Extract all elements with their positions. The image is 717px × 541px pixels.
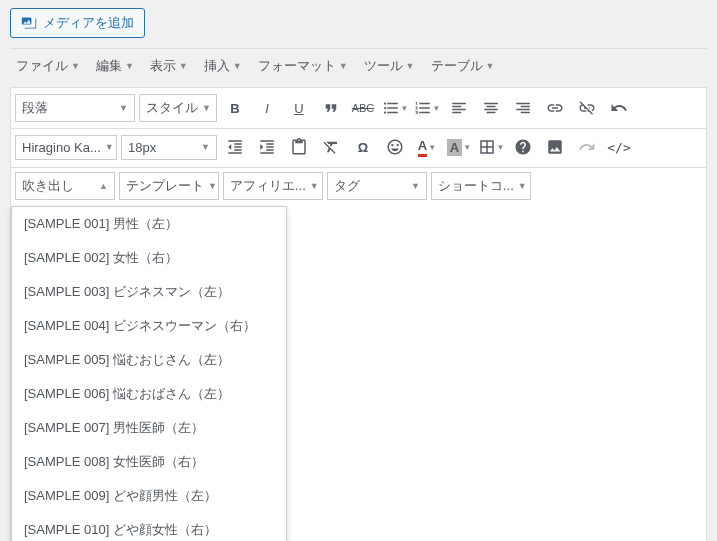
italic-button[interactable]: I <box>253 94 281 122</box>
dropdown-item[interactable]: [SAMPLE 008] 女性医師（右） <box>12 445 286 479</box>
help-button[interactable] <box>509 133 537 161</box>
fukidashi-select[interactable]: 吹き出し▲ <box>15 172 115 200</box>
font-family-select[interactable]: Hiragino Ka...▼ <box>15 135 117 160</box>
caret-down-icon: ▼ <box>463 143 471 152</box>
fukidashi-dropdown: [SAMPLE 001] 男性（左）[SAMPLE 002] 女性（右）[SAM… <box>11 206 287 541</box>
dropdown-item[interactable]: [SAMPLE 002] 女性（右） <box>12 241 286 275</box>
media-icon <box>21 15 37 31</box>
menu-edit[interactable]: 編集▼ <box>90 53 140 79</box>
caret-down-icon: ▼ <box>497 143 505 152</box>
style-select[interactable]: スタイル▼ <box>139 94 217 122</box>
toolbar-row-1: 段落▼ スタイル▼ B I U ABC ▼ ▼ <box>10 88 707 129</box>
caret-down-icon: ▼ <box>233 61 242 71</box>
table-button[interactable]: ▼ <box>477 133 505 161</box>
caret-down-icon: ▼ <box>401 104 409 113</box>
caret-down-icon: ▼ <box>201 142 210 152</box>
menu-view[interactable]: 表示▼ <box>144 53 194 79</box>
caret-down-icon: ▼ <box>125 61 134 71</box>
paragraph-select[interactable]: 段落▼ <box>15 94 135 122</box>
indent-button[interactable] <box>253 133 281 161</box>
caret-down-icon: ▼ <box>411 181 420 191</box>
caret-up-icon: ▲ <box>99 181 108 191</box>
dropdown-item[interactable]: [SAMPLE 005] 悩むおじさん（左） <box>12 343 286 377</box>
special-char-button[interactable]: Ω <box>349 133 377 161</box>
align-right-button[interactable] <box>509 94 537 122</box>
menu-table[interactable]: テーブル▼ <box>425 53 501 79</box>
numbered-list-button[interactable]: ▼ <box>413 94 441 122</box>
bullet-list-button[interactable]: ▼ <box>381 94 409 122</box>
menu-insert[interactable]: 挿入▼ <box>198 53 248 79</box>
dropdown-item[interactable]: [SAMPLE 001] 男性（左） <box>12 207 286 241</box>
clear-formatting-button[interactable] <box>317 133 345 161</box>
caret-down-icon: ▼ <box>202 103 211 113</box>
dropdown-item[interactable]: [SAMPLE 007] 男性医師（左） <box>12 411 286 445</box>
caret-down-icon: ▼ <box>119 103 128 113</box>
caret-down-icon: ▼ <box>179 61 188 71</box>
editor-content-area[interactable]: [SAMPLE 001] 男性（左）[SAMPLE 002] 女性（右）[SAM… <box>10 206 707 541</box>
caret-down-icon: ▼ <box>486 61 495 71</box>
template-select[interactable]: テンプレート▼ <box>119 172 219 200</box>
dropdown-item[interactable]: [SAMPLE 009] どや顔男性（左） <box>12 479 286 513</box>
strikethrough-button[interactable]: ABC <box>349 94 377 122</box>
dropdown-item[interactable]: [SAMPLE 010] どや顔女性（右） <box>12 513 286 541</box>
caret-down-icon: ▼ <box>339 61 348 71</box>
menu-file[interactable]: ファイル▼ <box>10 53 86 79</box>
shortcode-select[interactable]: ショートコ...▼ <box>431 172 531 200</box>
image-button[interactable] <box>541 133 569 161</box>
toolbar-row-3: 吹き出し▲ テンプレート▼ アフィリエ...▼ タグ▼ ショートコ...▼ <box>10 168 707 206</box>
caret-down-icon: ▼ <box>310 181 319 191</box>
menubar: ファイル▼ 編集▼ 表示▼ 挿入▼ フォーマット▼ ツール▼ テーブル▼ <box>10 48 707 88</box>
font-size-select[interactable]: 18px▼ <box>121 135 217 160</box>
caret-down-icon: ▼ <box>105 142 114 152</box>
toolbar-row-2: Hiragino Ka...▼ 18px▼ Ω A▼ A▼ ▼ </> <box>10 129 707 168</box>
add-media-label: メディアを追加 <box>43 14 134 32</box>
paste-text-button[interactable] <box>285 133 313 161</box>
align-left-button[interactable] <box>445 94 473 122</box>
caret-down-icon: ▼ <box>433 104 441 113</box>
unlink-button[interactable] <box>573 94 601 122</box>
source-code-button[interactable]: </> <box>605 133 633 161</box>
bold-button[interactable]: B <box>221 94 249 122</box>
add-media-button[interactable]: メディアを追加 <box>10 8 145 38</box>
underline-button[interactable]: U <box>285 94 313 122</box>
dropdown-item[interactable]: [SAMPLE 003] ビジネスマン（左） <box>12 275 286 309</box>
background-color-button[interactable]: A▼ <box>445 133 473 161</box>
caret-down-icon: ▼ <box>428 143 436 152</box>
caret-down-icon: ▼ <box>208 181 217 191</box>
dropdown-item[interactable]: [SAMPLE 006] 悩むおばさん（左） <box>12 377 286 411</box>
align-center-button[interactable] <box>477 94 505 122</box>
affiliate-select[interactable]: アフィリエ...▼ <box>223 172 323 200</box>
menu-format[interactable]: フォーマット▼ <box>252 53 354 79</box>
caret-down-icon: ▼ <box>71 61 80 71</box>
caret-down-icon: ▼ <box>518 181 527 191</box>
undo-button[interactable] <box>605 94 633 122</box>
outdent-button[interactable] <box>221 133 249 161</box>
caret-down-icon: ▼ <box>406 61 415 71</box>
text-color-button[interactable]: A▼ <box>413 133 441 161</box>
blockquote-button[interactable] <box>317 94 345 122</box>
menu-tools[interactable]: ツール▼ <box>358 53 421 79</box>
redo-button[interactable] <box>573 133 601 161</box>
dropdown-item[interactable]: [SAMPLE 004] ビジネスウーマン（右） <box>12 309 286 343</box>
emoji-button[interactable] <box>381 133 409 161</box>
tag-select[interactable]: タグ▼ <box>327 172 427 200</box>
link-button[interactable] <box>541 94 569 122</box>
